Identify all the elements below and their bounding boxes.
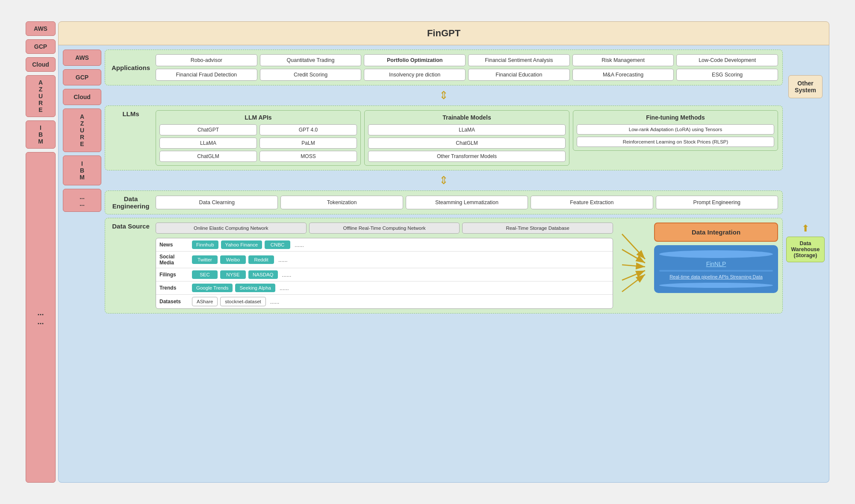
outer-wrapper: AWS GCP Cloud AZURE IBM ...... FinGPT AW… xyxy=(21,17,834,487)
svg-line-5 xyxy=(622,275,645,292)
ds-datasets-dots: ...... xyxy=(268,299,281,305)
svg-line-2 xyxy=(622,249,645,263)
llm-apis-title: LLM APIs xyxy=(159,114,357,121)
de-tokenization: Tokenization xyxy=(280,196,403,209)
llm-col-1: ChatGPT LLaMA ChatGLM xyxy=(159,124,257,162)
ds-tag-yahoo: Yahoo Finance xyxy=(221,240,262,249)
svg-line-1 xyxy=(622,234,645,259)
sidebar-aws[interactable]: AWS xyxy=(26,21,56,36)
sidebar-gcp[interactable]: GCP xyxy=(26,39,56,54)
ds-tag-stocknet: stocknet-dataset xyxy=(220,297,265,306)
applications-label: Applications xyxy=(109,64,152,71)
ds-filings-dots: ...... xyxy=(280,272,293,278)
cloud-dots: ...... xyxy=(63,189,101,212)
ds-trends-dots: ...... xyxy=(278,285,291,291)
finnlp-link: FinNLP xyxy=(706,261,726,267)
compute-offline: Offline Real-Time Computing Network xyxy=(309,223,460,234)
de-clearning: Data Clearning xyxy=(156,196,278,209)
ds-row-filings: Filings SEC NYSE NASDAQ ...... xyxy=(156,268,613,281)
ds-social-dots: ...... xyxy=(277,257,289,263)
other-system-label: Other System xyxy=(788,75,823,98)
computing-row: Online Elastic Computing Network Offline… xyxy=(156,223,613,234)
cloud-sidebar-inner: AWS GCP Cloud AZURE IBM ...... xyxy=(63,50,101,478)
pipeline-text: Real-time data pipeline APIs Streaming D… xyxy=(669,274,763,279)
app-lowcode: Low-Code Development xyxy=(676,54,778,66)
left-sidebar: AWS GCP Cloud AZURE IBM ...... xyxy=(26,21,56,483)
ds-row-trends: Trends Google Trends Seeking Alpha .....… xyxy=(156,281,613,295)
llm-apis-subsection: LLM APIs ChatGPT LLaMA ChatGLM GPT 4.0 P… xyxy=(156,110,361,166)
app-grid: Robo-advisor Quantitative Trading Portfo… xyxy=(156,54,778,81)
main-content: AWS GCP Cloud AZURE IBM ...... Applicati… xyxy=(58,45,829,483)
trainable-llama: LLaMA xyxy=(368,124,566,135)
right-sidebar-content: Other System ⬆ Data Warehouse (Storage) xyxy=(786,75,825,262)
ds-tag-twitter: Twitter xyxy=(192,255,218,264)
app-portfolio-opt: Portfolio Optimization xyxy=(364,54,466,66)
cylinder-cap-top xyxy=(659,250,773,258)
trainable-subsection: Trainable Models LLaMA ChatGLM Other Tra… xyxy=(364,110,569,166)
sidebar-azure[interactable]: AZURE xyxy=(26,75,56,117)
cloud-gcp: GCP xyxy=(63,69,101,85)
de-boxes: Data Clearning Tokenization Steamming Le… xyxy=(156,196,778,209)
arrow-llms-de: ⇕ xyxy=(105,174,783,187)
llm-moss: MOSS xyxy=(259,151,357,162)
llm-gpt4: GPT 4.0 xyxy=(259,124,357,135)
data-engineering-label: Data Engineering xyxy=(109,195,152,210)
cylinder-divider xyxy=(659,270,773,272)
fingpt-title: FinGPT xyxy=(58,21,829,45)
llm-col-2: GPT 4.0 PaLM MOSS xyxy=(259,124,357,162)
finetuning-title: Fine-tuning Methods xyxy=(577,114,774,121)
ds-right-col: Data Integration FinNLP Real-time data p… xyxy=(654,223,778,293)
app-fin-sentiment: Financial Sentiment Analysis xyxy=(468,54,570,66)
trainable-other: Other Transformer Models xyxy=(368,151,566,162)
ds-tag-google-trends: Google Trends xyxy=(192,284,233,292)
cloud-ibm: IBM xyxy=(63,155,101,185)
applications-content: Robo-advisor Quantitative Trading Portfo… xyxy=(156,54,778,81)
ds-label-datasets: Datasets xyxy=(159,299,189,305)
ds-tag-weibo: Weibo xyxy=(220,255,246,264)
llm-chatglm: ChatGLM xyxy=(159,151,257,162)
svg-line-3 xyxy=(622,265,645,267)
finnlp-cylinder: FinNLP Real-time data pipeline APIs Stre… xyxy=(654,245,778,293)
ds-tag-ashare: AShare xyxy=(192,297,218,306)
ds-left: Online Elastic Computing Network Offline… xyxy=(156,223,613,309)
app-fin-edu: Financial Education xyxy=(468,69,570,81)
data-integration-box: Data Integration xyxy=(654,223,778,242)
ds-label-trends: Trends xyxy=(159,285,189,291)
trainable-title: Trainable Models xyxy=(368,114,566,121)
data-warehouse-box: Data Warehouse (Storage) xyxy=(786,237,825,262)
sidebar-cloud[interactable]: Cloud xyxy=(26,57,56,72)
app-insolvency: Insolvency pre diction xyxy=(364,69,466,81)
compute-online: Online Elastic Computing Network xyxy=(156,223,307,234)
app-risk-mgmt: Risk Management xyxy=(572,54,674,66)
sidebar-ibm[interactable]: IBM xyxy=(26,120,56,149)
llm-apis-grid: ChatGPT LLaMA ChatGLM GPT 4.0 PaLM MOSS xyxy=(159,124,357,162)
ds-row-datasets: Datasets AShare stocknet-dataset ...... xyxy=(156,295,613,308)
ds-label-social: Social Media xyxy=(159,254,189,266)
ds-arrows-svg xyxy=(616,223,651,299)
ds-row-social: Social Media Twitter Weibo Reddit ...... xyxy=(156,252,613,268)
trainable-items: LLaMA ChatGLM Other Transformer Models xyxy=(368,124,566,162)
ds-arrows xyxy=(616,223,651,299)
ds-tag-reddit: Reddit xyxy=(248,255,274,264)
ds-tag-nyse: NYSE xyxy=(220,270,246,279)
ds-row-news: News Finnhub Yahoo Finance CNBC ...... xyxy=(156,238,613,252)
app-credit: Credit Scoring xyxy=(260,69,362,81)
ds-label-filings: Filings xyxy=(159,272,189,278)
llms-label: LLMs xyxy=(109,110,152,117)
applications-section: Applications Robo-advisor Quantitative T… xyxy=(105,50,783,85)
arrow-dw: ⬆ xyxy=(802,223,809,234)
de-feature: Feature Extraction xyxy=(531,196,653,209)
llm-chatgpt: ChatGPT xyxy=(159,124,257,135)
cloud-cloud: Cloud xyxy=(63,89,101,105)
compute-realtime: Real-Time Storage Database xyxy=(462,223,613,234)
de-stemming: Steamming Lemmatization xyxy=(406,196,528,209)
finetuning-items: Low-rank Adaptation (LoRA) using Tensors… xyxy=(577,124,774,147)
ds-tag-cnbc: CNBC xyxy=(265,240,290,249)
llm-palm: PaLM xyxy=(259,138,357,149)
trainable-chatglm: ChatGLM xyxy=(368,138,566,149)
ds-label-news: News xyxy=(159,242,189,248)
ds-tag-nasdaq: NASDAQ xyxy=(248,270,278,279)
data-source-label: Data Source xyxy=(109,223,152,230)
content-area: Applications Robo-advisor Quantitative T… xyxy=(105,50,783,478)
app-esg: ESG Scoring xyxy=(676,69,778,81)
